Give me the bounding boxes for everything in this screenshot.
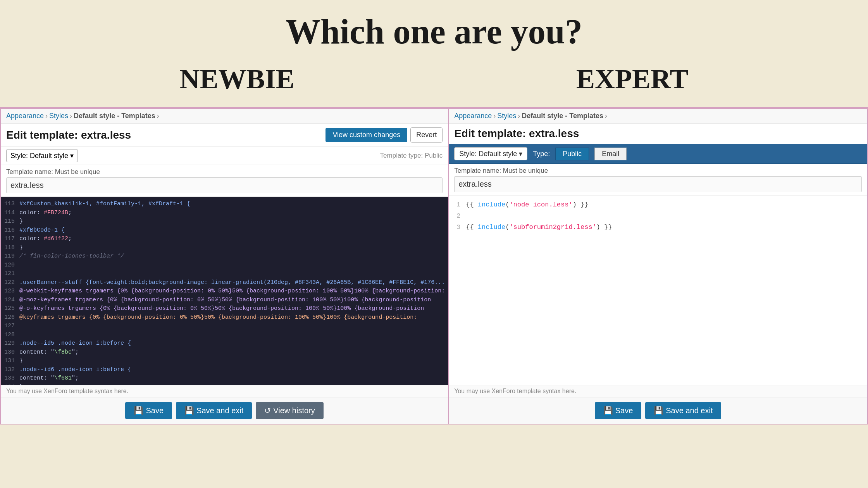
save-exit-button-right[interactable]: 💾 Save and exit xyxy=(645,402,721,419)
code-line: 129 .node--id5 .node-icon i:before { xyxy=(4,339,445,348)
template-name-label-left: Template name: Must be unique xyxy=(6,168,443,176)
panel-right: Appearance › Styles › Default style - Te… xyxy=(448,108,868,424)
breadcrumb-current-right: Default style - Templates xyxy=(522,112,603,120)
bottom-buttons-left: 💾 Save 💾 Save and exit ↺ View history xyxy=(1,397,448,424)
breadcrumb-sep2-left: › xyxy=(70,112,72,120)
save-exit-label-left: Save and exit xyxy=(196,406,243,415)
breadcrumb-current-left: Default style - Templates xyxy=(74,112,155,120)
breadcrumb-right: Appearance › Styles › Default style - Te… xyxy=(449,109,867,124)
save-icon-right: 💾 xyxy=(603,406,613,415)
note-left: You may use XenForo template syntax here… xyxy=(1,385,448,397)
labels-row: NEWBIE EXPERT xyxy=(0,55,868,103)
revert-button[interactable]: Revert xyxy=(410,127,443,143)
template-name-section-right: Template name: Must be unique xyxy=(449,164,867,196)
code-line: 114 color: #FB724B; xyxy=(4,209,445,218)
save-exit-icon-left: 💾 xyxy=(184,406,194,415)
code-line: 2 xyxy=(454,211,862,222)
breadcrumb-sep1-left: › xyxy=(45,112,48,120)
code-line: 131 } xyxy=(4,357,445,366)
code-line: 121 xyxy=(4,270,445,278)
breadcrumb-sep3-right: › xyxy=(605,112,607,120)
code-area-right[interactable]: 1 {{ include('node_icon.less') }} 2 3 {{… xyxy=(449,196,867,385)
code-line: 116 #xfBbCode-1 { xyxy=(4,226,445,235)
main-title: Which one are you? xyxy=(0,12,868,52)
panel-title-left: Edit template: extra.less xyxy=(6,129,131,141)
template-name-input-left[interactable] xyxy=(6,177,443,193)
save-exit-icon-right: 💾 xyxy=(654,406,663,415)
code-line: 126 @keyframes trgamers {0% {background-… xyxy=(4,313,445,322)
header-section: Which one are you? xyxy=(0,0,868,55)
breadcrumb-appearance-left[interactable]: Appearance xyxy=(6,112,44,120)
save-label-left: Save xyxy=(146,406,164,415)
label-expert: EXPERT xyxy=(576,63,689,95)
code-line: 133 content: "\f681"; xyxy=(4,374,445,383)
template-name-input-right[interactable] xyxy=(454,176,862,192)
template-name-section-left: Template name: Must be unique xyxy=(1,165,448,197)
code-line: 128 xyxy=(4,331,445,340)
save-exit-label-right: Save and exit xyxy=(666,406,713,415)
code-line: 123 @-webkit-keyframes trgamers {0% {bac… xyxy=(4,287,445,296)
breadcrumb-styles-right[interactable]: Styles xyxy=(497,112,516,120)
code-line: 124 @-moz-keyframes trgamers {0% {backgr… xyxy=(4,296,445,305)
view-history-button-left[interactable]: ↺ View history xyxy=(256,402,323,419)
code-line: 122 .userBanner--staff {font-weight:bold… xyxy=(4,278,445,287)
code-line: 117 color: #d61f22; xyxy=(4,235,445,244)
code-line: 125 @-o-keyframes trgamers {0% {backgrou… xyxy=(4,304,445,313)
template-type-label: Template type: Public xyxy=(380,152,443,160)
code-line: 115 } xyxy=(4,217,445,226)
style-bar-left: Style: Default style ▾ Template type: Pu… xyxy=(1,147,448,165)
type-label-right: Type: xyxy=(533,150,550,158)
panel-header-right: Edit template: extra.less xyxy=(449,124,867,144)
code-line: 130 content: "\f8bc"; xyxy=(4,348,445,357)
code-line: 120 xyxy=(4,261,445,270)
panel-left: Appearance › Styles › Default style - Te… xyxy=(0,108,448,424)
code-line: 113 #xfCustom_kbasilik-1, #fontFamily-1,… xyxy=(4,200,445,209)
template-name-label-right: Template name: Must be unique xyxy=(454,167,862,175)
code-line: 3 {{ include('subforumin2grid.less') }} xyxy=(454,222,862,233)
tab-email-right[interactable]: Email xyxy=(594,148,627,160)
code-line: 127 xyxy=(4,322,445,331)
breadcrumb-appearance-right[interactable]: Appearance xyxy=(454,112,492,120)
note-right: You may use XenForo template syntax here… xyxy=(449,385,867,397)
view-custom-button[interactable]: View custom changes xyxy=(326,128,407,142)
code-line: 118 } xyxy=(4,244,445,253)
save-label-right: Save xyxy=(615,406,633,415)
breadcrumb-styles-left[interactable]: Styles xyxy=(49,112,68,120)
save-button-left[interactable]: 💾 Save xyxy=(125,402,172,419)
history-icon-left: ↺ xyxy=(264,406,271,415)
panel-title-right: Edit template: extra.less xyxy=(454,127,579,140)
code-editor-left[interactable]: 113 #xfCustom_kbasilik-1, #fontFamily-1,… xyxy=(1,197,448,385)
expert-style-bar: Style: Default style ▾ Type: Public Emai… xyxy=(449,144,867,164)
label-newbie: NEWBIE xyxy=(180,63,294,95)
code-line: 1 {{ include('node_icon.less') }} xyxy=(454,199,862,211)
style-dropdown-left[interactable]: Style: Default style ▾ xyxy=(6,149,78,162)
bottom-buttons-right: 💾 Save 💾 Save and exit xyxy=(449,397,867,424)
breadcrumb-left: Appearance › Styles › Default style - Te… xyxy=(1,109,448,124)
style-dropdown-right[interactable]: Style: Default style ▾ xyxy=(454,147,527,160)
breadcrumb-sep1-right: › xyxy=(493,112,496,120)
view-history-label-left: View history xyxy=(273,406,315,415)
header-buttons-left: View custom changes Revert xyxy=(326,127,443,143)
panels-container: Appearance › Styles › Default style - Te… xyxy=(0,107,868,424)
code-area-left[interactable]: 113 #xfCustom_kbasilik-1, #fontFamily-1,… xyxy=(1,197,448,385)
save-exit-button-left[interactable]: 💾 Save and exit xyxy=(176,402,252,419)
breadcrumb-sep2-right: › xyxy=(518,112,520,120)
panel-header-left: Edit template: extra.less View custom ch… xyxy=(1,124,448,147)
code-line: 119 /* fin-color-icones-toolbar */ xyxy=(4,252,445,261)
save-icon-left: 💾 xyxy=(134,406,143,415)
breadcrumb-sep3-left: › xyxy=(157,112,159,120)
code-line: 132 .node--id6 .node-icon i:before { xyxy=(4,366,445,375)
save-button-right[interactable]: 💾 Save xyxy=(595,402,642,419)
tab-public-right[interactable]: Public xyxy=(555,148,589,160)
